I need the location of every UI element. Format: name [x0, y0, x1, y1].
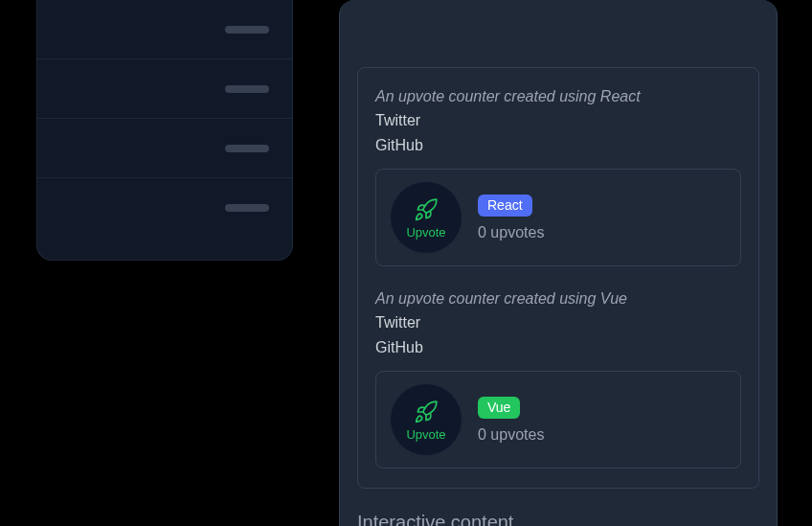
upvote-button[interactable]: Upvote — [390, 383, 462, 456]
section-heading: Interactive content — [357, 512, 759, 526]
sidebar-row — [37, 59, 292, 119]
sidebar-row — [37, 178, 292, 238]
rocket-icon — [414, 400, 439, 424]
framework-badge: React — [478, 194, 532, 217]
upvote-card: Upvote Vue 0 upvotes — [375, 371, 741, 469]
skeleton-line — [225, 85, 269, 93]
upvote-count: 0 upvotes — [478, 224, 544, 241]
upvote-label: Upvote — [406, 428, 445, 441]
github-link[interactable]: GitHub — [375, 335, 741, 360]
framework-badge: Vue — [478, 397, 520, 419]
sidebar-row — [37, 0, 292, 59]
skeleton-line — [225, 145, 269, 152]
example-section: An upvote counter created using Vue Twit… — [375, 287, 741, 469]
upvote-label: Upvote — [406, 226, 445, 239]
example-section: An upvote counter created using React Tw… — [375, 85, 741, 266]
sidebar-panel — [36, 0, 293, 261]
examples-container: An upvote counter created using React Tw… — [357, 67, 759, 489]
rocket-icon — [414, 197, 439, 222]
skeleton-line — [225, 204, 269, 212]
skeleton-line — [225, 26, 269, 34]
example-caption: An upvote counter created using React — [375, 85, 741, 108]
upvote-count: 0 upvotes — [478, 426, 544, 444]
sidebar-row — [37, 119, 292, 178]
twitter-link[interactable]: Twitter — [375, 310, 741, 335]
twitter-link[interactable]: Twitter — [375, 108, 741, 133]
main-content: An upvote counter created using React Tw… — [339, 0, 778, 526]
upvote-button[interactable]: Upvote — [390, 181, 462, 254]
github-link[interactable]: GitHub — [375, 133, 741, 158]
upvote-card: Upvote React 0 upvotes — [375, 169, 741, 266]
example-caption: An upvote counter created using Vue — [375, 287, 741, 310]
